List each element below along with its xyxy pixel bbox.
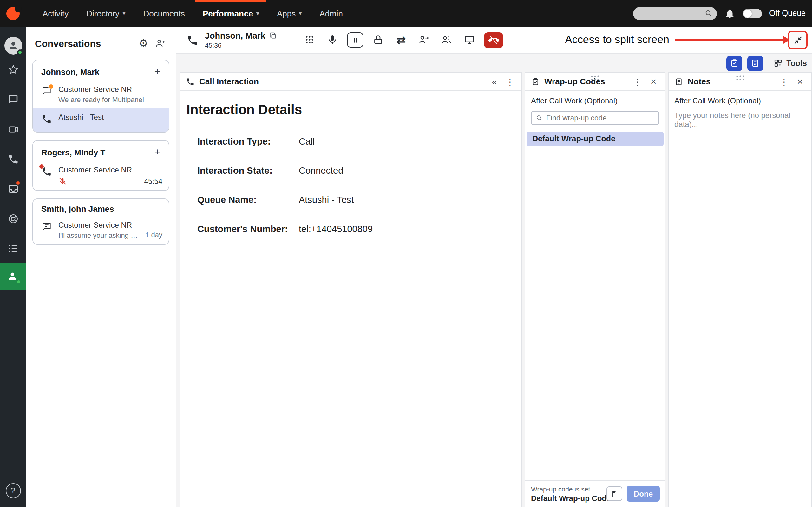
rail-chat-button[interactable] — [0, 84, 26, 114]
add-interaction-button[interactable]: + — [151, 146, 164, 159]
user-avatar[interactable] — [4, 37, 22, 55]
end-call-button[interactable] — [484, 32, 503, 48]
life-ring-icon — [7, 213, 19, 224]
consult-button[interactable] — [416, 32, 432, 48]
chat-bubble-icon — [7, 94, 19, 105]
phone-icon — [186, 77, 195, 86]
nav-performance-label: Performance — [203, 9, 253, 18]
wrapup-footer: Wrap-up code is set Default Wrap-up Code… — [525, 480, 665, 507]
screen-share-button[interactable] — [462, 32, 478, 48]
field-label: Interaction State: — [197, 166, 299, 176]
help-button[interactable]: ? — [5, 483, 20, 498]
dialpad-icon — [304, 34, 316, 46]
wrapup-option-selected[interactable]: Default Wrap-up Code — [527, 132, 663, 146]
message-preview: I'll assume your asking about coffee — [58, 231, 141, 239]
active-call-identity: Johnson, Mark 45:36 — [205, 31, 277, 49]
done-button[interactable]: Done — [627, 486, 660, 502]
app-screen: Activity Directory▾ Documents Performanc… — [0, 0, 812, 507]
transfer-button[interactable]: ⇄ — [393, 32, 410, 48]
interaction-row-message[interactable]: Customer Service NR I'll assume your ask… — [33, 216, 169, 244]
add-interaction-button[interactable]: + — [151, 65, 164, 78]
wrapup-codes-toggle-button[interactable] — [726, 55, 742, 71]
collapse-panel-button[interactable]: « — [488, 75, 500, 88]
collapse-arrows-icon — [793, 35, 803, 45]
star-icon — [7, 64, 19, 75]
phone-icon — [186, 34, 199, 46]
nav-apps-label: Apps — [277, 9, 295, 18]
wrapup-body: After Call Work (Optional) Default Wrap-… — [525, 91, 665, 480]
nav-performance[interactable]: Performance▾ — [194, 0, 268, 26]
conversation-card-smith: Smith, john James Customer Service NR I'… — [32, 199, 169, 245]
interaction-row-message[interactable]: Customer Service NR We are ready for Mul… — [33, 80, 169, 108]
copy-icon[interactable] — [269, 32, 277, 40]
tools-label: Tools — [786, 59, 807, 67]
flag-button[interactable] — [606, 487, 622, 501]
mute-button[interactable] — [324, 32, 341, 48]
notes-body: After Call Work (Optional) — [669, 91, 811, 507]
secure-pause-button[interactable] — [370, 32, 387, 48]
nav-apps[interactable]: Apps▾ — [268, 0, 311, 26]
interaction-row-call-held[interactable]: Customer Service NR 45:54 — [33, 161, 169, 190]
rail-video-button[interactable] — [0, 114, 26, 144]
field-label: Interaction Type: — [197, 136, 299, 147]
rail-support-button[interactable] — [0, 204, 26, 233]
queue-status-toggle[interactable] — [743, 9, 762, 18]
panels-container: Call Interaction « ⋮ Interaction Details… — [176, 72, 812, 507]
rail-queues-button[interactable] — [0, 233, 26, 263]
tools-button[interactable]: Tools — [773, 58, 807, 68]
rail-interactions-button[interactable] — [0, 263, 26, 290]
split-screen-button[interactable] — [788, 31, 808, 49]
video-icon — [7, 123, 19, 135]
wrapup-search-input[interactable] — [546, 114, 655, 122]
off-queue-label: Off Queue — [769, 9, 806, 18]
drag-handle-icon[interactable] — [735, 75, 745, 80]
queue-name: Customer Service NR — [58, 221, 141, 230]
conversation-name: Smith, john James — [41, 204, 164, 214]
close-icon[interactable]: × — [648, 75, 659, 88]
global-search[interactable] — [633, 7, 716, 20]
notes-panel: Notes ⋮ × After Call Work (Optional) — [668, 72, 812, 507]
kebab-menu-icon[interactable]: ⋮ — [504, 75, 516, 88]
conversation-card-rogers: Rogers, MIndy T + Customer Service NR 45… — [32, 140, 169, 191]
close-icon[interactable]: × — [794, 75, 806, 88]
rail-calls-button[interactable] — [0, 144, 26, 174]
note-icon — [674, 77, 683, 86]
question-mark: ? — [11, 486, 15, 495]
conversation-name: Rogers, MIndy T — [41, 148, 151, 157]
annotation-arrow — [675, 39, 784, 41]
field-value: Call — [299, 136, 515, 147]
call-interaction-panel: Call Interaction « ⋮ Interaction Details… — [179, 72, 522, 507]
dialpad-button[interactable] — [302, 32, 318, 48]
queue-name: Customer Service NR — [58, 166, 162, 174]
notifications-bell-icon[interactable] — [724, 8, 735, 19]
hold-badge — [39, 164, 44, 169]
wrapup-search[interactable] — [531, 111, 659, 125]
notes-textarea[interactable] — [674, 111, 806, 501]
nav-activity[interactable]: Activity — [34, 0, 77, 26]
nav-admin[interactable]: Admin — [311, 0, 352, 26]
flag-icon — [610, 490, 618, 498]
settings-gear-icon[interactable]: ⚙ — [135, 36, 152, 51]
rail-inbox-button[interactable] — [0, 174, 26, 204]
global-search-input[interactable] — [640, 9, 704, 18]
kebab-menu-icon[interactable]: ⋮ — [632, 75, 643, 88]
interaction-row-call-selected[interactable]: Atsushi - Test — [33, 108, 169, 132]
nav-directory[interactable]: Directory▾ — [77, 0, 134, 26]
clipboard-check-icon — [531, 77, 540, 86]
notification-dot — [16, 181, 20, 185]
message-status-badge — [48, 84, 54, 90]
hold-button[interactable] — [347, 32, 364, 48]
kebab-menu-icon[interactable]: ⋮ — [778, 75, 790, 88]
add-person-icon[interactable] — [152, 36, 168, 51]
notes-toggle-button[interactable] — [747, 55, 763, 71]
conference-button[interactable] — [439, 32, 455, 48]
field-label: Customer's Number: — [197, 224, 299, 234]
call-duration: 45:36 — [205, 41, 277, 49]
drag-handle-icon[interactable] — [590, 75, 600, 80]
phone-icon — [41, 166, 52, 179]
person-arrows-icon — [418, 34, 430, 46]
call-control-bar: Johnson, Mark 45:36 — [176, 26, 812, 54]
nav-documents[interactable]: Documents — [134, 0, 194, 26]
rail-favorites-button[interactable] — [0, 55, 26, 84]
phone-slash-icon — [488, 35, 499, 45]
